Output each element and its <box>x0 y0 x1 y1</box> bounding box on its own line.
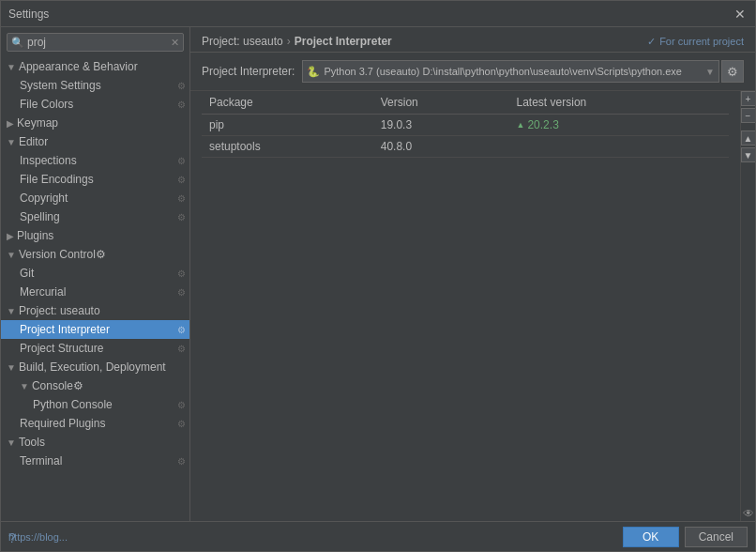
packages-table: Package Version Latest version pip 19.0.… <box>202 91 729 158</box>
sidebar-section-plugins[interactable]: ▶ Plugins <box>1 226 189 245</box>
arrow-icon: ▼ <box>7 250 16 260</box>
arrow-icon: ▼ <box>7 62 16 72</box>
gear-icon: ⚙ <box>727 65 738 79</box>
remove-package-button[interactable]: − <box>741 108 756 123</box>
cancel-button[interactable]: Cancel <box>685 527 748 547</box>
config-icon: ⚙ <box>177 344 186 354</box>
section-label: Console <box>32 379 73 392</box>
package-name: setuptools <box>202 136 373 158</box>
sidebar-item-file-encodings[interactable]: File Encodings ⚙ <box>1 170 189 189</box>
item-label: Spelling <box>20 210 60 223</box>
window-title: Settings <box>8 8 49 21</box>
sidebar-section-appearance[interactable]: ▼ Appearance & Behavior <box>1 57 189 76</box>
scroll-down-button[interactable]: ▼ <box>741 147 756 162</box>
sidebar-item-required-plugins[interactable]: Required Plugins ⚙ <box>1 414 189 433</box>
sidebar-section-editor[interactable]: ▼ Editor <box>1 132 189 151</box>
interpreter-gear-button[interactable]: ⚙ <box>721 60 744 83</box>
arrow-icon: ▶ <box>7 118 14 129</box>
close-button[interactable]: ✕ <box>733 7 748 22</box>
item-label: System Settings <box>20 79 101 92</box>
sidebar-item-git[interactable]: Git ⚙ <box>1 264 189 283</box>
clear-icon[interactable]: ✕ <box>171 37 179 49</box>
ok-button[interactable]: OK <box>623 527 679 547</box>
package-version: 19.0.3 <box>373 115 509 136</box>
interpreter-select-wrap: 🐍 Python 3.7 (useauto) D:\install\python… <box>302 60 744 83</box>
sidebar-item-copyright[interactable]: Copyright ⚙ <box>1 189 189 207</box>
config-icon: ⚙ <box>177 100 186 110</box>
add-package-button[interactable]: + <box>741 91 756 106</box>
arrow-icon: ▶ <box>7 231 14 241</box>
section-label: Appearance & Behavior <box>19 60 138 73</box>
packages-area: Package Version Latest version pip 19.0.… <box>190 91 755 521</box>
python-icon: 🐍 <box>307 66 320 78</box>
sidebar-section-build[interactable]: ▼ Build, Execution, Deployment <box>1 358 189 376</box>
interpreter-value: Python 3.7 (useauto) D:\install\python\p… <box>324 66 703 77</box>
item-label: File Colors <box>20 98 73 111</box>
table-row[interactable]: setuptools 40.8.0 <box>202 136 729 158</box>
package-name: pip <box>202 115 373 136</box>
config-icon: ⚙ <box>177 456 186 467</box>
sidebar-item-spelling[interactable]: Spelling ⚙ <box>1 207 189 226</box>
sidebar-item-file-colors[interactable]: File Colors ⚙ <box>1 95 189 114</box>
sidebar-item-project-interpreter[interactable]: Project Interpreter ⚙ <box>1 320 189 339</box>
config-icon: ⚙ <box>177 400 186 410</box>
section-label: Version Control <box>19 248 96 261</box>
arrow-icon: ▼ <box>7 362 16 373</box>
section-label: Keymap <box>17 116 58 130</box>
sidebar-section-vcs[interactable]: ▼ Version Control ⚙ <box>1 245 189 264</box>
arrow-icon: ▼ <box>20 381 29 391</box>
config-icon: ⚙ <box>177 193 186 204</box>
item-label: Required Plugins <box>20 417 105 430</box>
eye-button[interactable]: 👁 <box>741 506 756 521</box>
sidebar-section-project[interactable]: ▼ Project: useauto <box>1 301 189 320</box>
config-icon: ⚙ <box>177 268 186 279</box>
item-label: Inspections <box>20 154 77 167</box>
title-bar: Settings ✕ <box>1 1 755 27</box>
interpreter-label: Project Interpreter: <box>202 65 295 78</box>
current-project-badge: For current project <box>647 36 744 48</box>
arrow-icon: ▼ <box>7 306 16 316</box>
update-indicator: 20.2.3 <box>517 118 721 131</box>
settings-icon: ⚙ <box>177 81 186 91</box>
section-label: Editor <box>19 135 48 148</box>
item-label: Project Structure <box>20 342 103 355</box>
package-version: 40.8.0 <box>373 136 509 158</box>
package-latest <box>509 136 729 158</box>
status-url: https://blog... <box>8 531 68 543</box>
item-label: Mercurial <box>20 285 66 299</box>
arrow-icon: ▼ <box>7 137 16 147</box>
config-icon: ⚙ <box>73 379 83 392</box>
sidebar-item-terminal[interactable]: Terminal ⚙ <box>1 452 189 470</box>
main-panel: Project: useauto › Project Interpreter F… <box>190 27 755 521</box>
config-icon: ⚙ <box>96 248 106 261</box>
sidebar-section-tools[interactable]: ▼ Tools <box>1 433 189 452</box>
interpreter-dropdown[interactable]: 🐍 Python 3.7 (useauto) D:\install\python… <box>302 60 719 83</box>
sidebar-item-inspections[interactable]: Inspections ⚙ <box>1 151 189 170</box>
sidebar-item-mercurial[interactable]: Mercurial ⚙ <box>1 283 189 301</box>
sidebar-section-console[interactable]: ▼ Console ⚙ <box>1 376 189 395</box>
main-header: Project: useauto › Project Interpreter F… <box>190 27 755 53</box>
search-box: 🔍 ✕ <box>1 27 189 57</box>
item-label: Project Interpreter <box>20 323 110 336</box>
table-action-panel: + − ▲ ▼ 👁 <box>740 91 755 521</box>
sidebar-items: ▼ Appearance & Behavior System Settings … <box>1 57 189 521</box>
dropdown-arrow-icon: ▼ <box>705 67 715 77</box>
sidebar-item-project-structure[interactable]: Project Structure ⚙ <box>1 339 189 358</box>
section-label: Project: useauto <box>19 304 100 317</box>
item-label: Copyright <box>20 192 68 205</box>
breadcrumb-project: Project: useauto <box>202 35 283 48</box>
breadcrumb-sep: › <box>287 35 291 48</box>
section-label: Build, Execution, Deployment <box>19 360 166 374</box>
search-wrap[interactable]: 🔍 ✕ <box>7 33 184 52</box>
table-row[interactable]: pip 19.0.3 20.2.3 <box>202 115 729 136</box>
main-content: 🔍 ✕ ▼ Appearance & Behavior System Setti… <box>1 27 755 521</box>
arrow-icon: ▼ <box>7 437 16 448</box>
sidebar-item-python-console[interactable]: Python Console ⚙ <box>1 395 189 414</box>
breadcrumb-current: Project Interpreter <box>295 35 392 48</box>
sidebar-section-keymap[interactable]: ▶ Keymap <box>1 114 189 132</box>
sidebar-item-system-settings[interactable]: System Settings ⚙ <box>1 76 189 95</box>
search-input[interactable] <box>27 36 171 49</box>
scroll-up-button[interactable]: ▲ <box>741 130 756 146</box>
section-label: Plugins <box>17 229 53 242</box>
config-icon: ⚙ <box>177 175 186 185</box>
